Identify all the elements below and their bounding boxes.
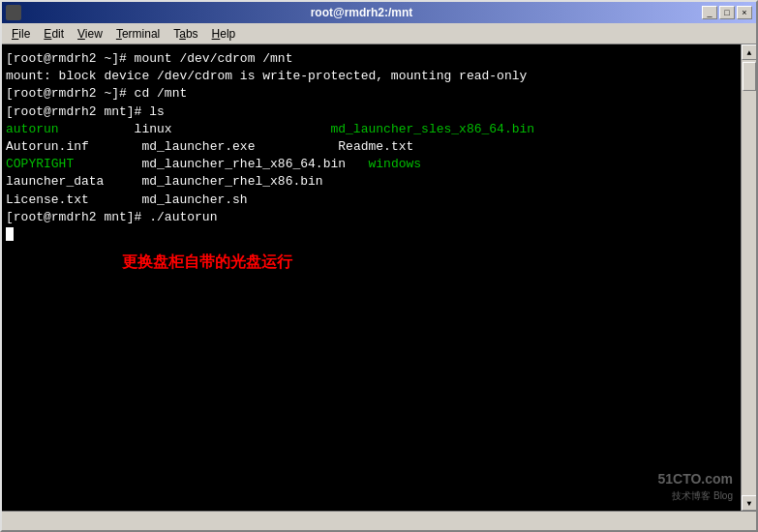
menu-help[interactable]: Help bbox=[206, 25, 242, 43]
terminal-cursor-line bbox=[6, 226, 737, 244]
menu-file[interactable]: File bbox=[6, 25, 36, 43]
terminal-ls-2: Autorun.inf md_launcher.exe Readme.txt bbox=[6, 138, 737, 156]
menu-tabs[interactable]: Tabs bbox=[167, 25, 203, 43]
window-title: root@rmdrh2:/mnt bbox=[21, 6, 702, 19]
terminal-cursor bbox=[6, 227, 14, 241]
terminal-line-2: mount: block device /dev/cdrom is write-… bbox=[6, 68, 737, 85]
window-controls: _ □ × bbox=[702, 6, 752, 19]
menu-view[interactable]: View bbox=[72, 25, 108, 43]
scroll-track[interactable] bbox=[742, 60, 756, 495]
menu-terminal[interactable]: Terminal bbox=[110, 25, 166, 43]
terminal-ls-5: License.txt md_launcher.sh bbox=[6, 192, 737, 209]
scroll-down-button[interactable]: ▼ bbox=[742, 495, 756, 511]
window: root@rmdrh2:/mnt _ □ × File Edit View Te… bbox=[0, 0, 758, 532]
minimize-button[interactable]: _ bbox=[702, 6, 717, 19]
terminal-ls-3: COPYRIGHT md_launcher_rhel_x86_64.bin wi… bbox=[6, 156, 737, 173]
terminal-line-4: [root@rmdrh2 mnt]# ls bbox=[6, 103, 737, 121]
watermark: 51CTO.com 技术博客 Blog bbox=[657, 470, 733, 503]
terminal-line-cmd: [root@rmdrh2 mnt]# ./autorun bbox=[6, 209, 737, 226]
maximize-button[interactable]: □ bbox=[719, 6, 735, 19]
terminal-wrapper: [root@rmdrh2 ~]# mount /dev/cdrom /mnt m… bbox=[2, 44, 756, 511]
watermark-line1: 51CTO.com bbox=[657, 470, 733, 489]
annotation-text: 更换盘柜自带的光盘运行 bbox=[122, 251, 737, 273]
terminal-ls-4: launcher_data md_launcher_rhel_x86.bin bbox=[6, 173, 737, 191]
title-bar: root@rmdrh2:/mnt _ □ × bbox=[2, 2, 756, 23]
menu-edit[interactable]: Edit bbox=[38, 25, 70, 43]
close-button[interactable]: × bbox=[737, 6, 752, 19]
terminal-ls-1: autorun linux md_launcher_sles_x86_64.bi… bbox=[6, 121, 737, 138]
scroll-thumb[interactable] bbox=[743, 62, 756, 91]
scrollbar: ▲ ▼ bbox=[741, 44, 756, 511]
watermark-line2: 技术博客 Blog bbox=[657, 489, 733, 503]
scroll-up-button[interactable]: ▲ bbox=[742, 44, 756, 60]
window-icon bbox=[6, 5, 21, 20]
status-bar bbox=[2, 511, 756, 530]
terminal-line-3: [root@rmdrh2 ~]# cd /mnt bbox=[6, 85, 737, 103]
menu-bar: File Edit View Terminal Tabs Help bbox=[2, 23, 756, 44]
terminal[interactable]: [root@rmdrh2 ~]# mount /dev/cdrom /mnt m… bbox=[2, 44, 741, 511]
terminal-line-1: [root@rmdrh2 ~]# mount /dev/cdrom /mnt bbox=[6, 50, 737, 68]
